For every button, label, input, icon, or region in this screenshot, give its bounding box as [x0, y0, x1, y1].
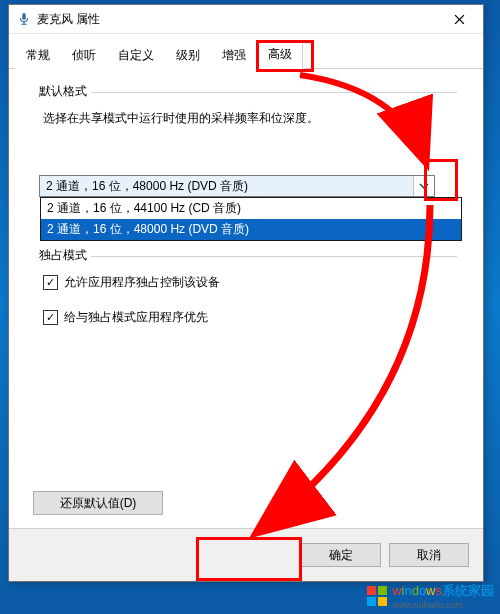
ok-button[interactable]: 确定: [301, 543, 381, 567]
tab-enhance[interactable]: 增强: [211, 42, 257, 69]
checkbox-exclusive-priority-row: ✓ 给与独占模式应用程序优先: [39, 295, 457, 330]
close-icon: [454, 14, 465, 25]
sample-rate-combo[interactable]: 2 通道，16 位，48000 Hz (DVD 音质) 2 通道，16 位，44…: [39, 175, 435, 197]
default-format-desc: 选择在共享模式中运行时使用的采样频率和位深度。: [39, 102, 457, 139]
tab-advanced[interactable]: 高级: [257, 41, 303, 69]
watermark-line2: www.ruihaifu.com: [392, 600, 494, 610]
restore-defaults-row: 还原默认值(D): [9, 491, 483, 525]
close-button[interactable]: [437, 5, 481, 33]
chevron-down-icon: [419, 183, 429, 189]
tab-general[interactable]: 常规: [15, 42, 61, 69]
sample-rate-combo-value: 2 通道，16 位，48000 Hz (DVD 音质): [40, 178, 413, 195]
microphone-properties-window: 麦克风 属性 常规 侦听 自定义 级别 增强 高级 默认格式: [8, 4, 484, 582]
combo-dropdown-button[interactable]: [413, 176, 434, 196]
svg-rect-0: [22, 13, 26, 20]
tab-strip: 常规 侦听 自定义 级别 增强 高级: [9, 34, 483, 69]
dropdown-option-44100[interactable]: 2 通道，16 位，44100 Hz (CD 音质): [41, 198, 461, 219]
cancel-button[interactable]: 取消: [389, 543, 469, 567]
divider: [91, 92, 457, 93]
windows-logo-icon: [366, 585, 388, 607]
group-default-format-title: 默认格式: [39, 83, 87, 100]
checkbox-exclusive-priority-label: 给与独占模式应用程序优先: [64, 309, 208, 326]
watermark-line1: windows系统家园: [392, 582, 494, 600]
tab-content-advanced: 默认格式 选择在共享模式中运行时使用的采样频率和位深度。 2 通道，16 位，4…: [9, 69, 483, 527]
window-title: 麦克风 属性: [37, 11, 100, 28]
sample-rate-dropdown-list: 2 通道，16 位，44100 Hz (CD 音质) 2 通道，16 位，480…: [40, 197, 462, 241]
watermark: windows系统家园 www.ruihaifu.com: [366, 582, 494, 610]
checkbox-allow-exclusive-label: 允许应用程序独占控制该设备: [64, 274, 220, 291]
checkbox-exclusive-priority[interactable]: ✓: [43, 310, 58, 325]
group-exclusive-mode: 独占模式 ✓ 允许应用程序独占控制该设备 ✓ 给与独占模式应用程序优先: [27, 243, 465, 342]
svg-rect-6: [378, 586, 387, 595]
svg-rect-5: [367, 586, 376, 595]
titlebar: 麦克风 属性: [9, 5, 483, 34]
dropdown-option-48000[interactable]: 2 通道，16 位，48000 Hz (DVD 音质): [41, 219, 461, 240]
checkbox-allow-exclusive-row: ✓ 允许应用程序独占控制该设备: [39, 266, 457, 295]
tab-listen[interactable]: 侦听: [61, 42, 107, 69]
group-default-format: 默认格式 选择在共享模式中运行时使用的采样频率和位深度。 2 通道，16 位，4…: [27, 79, 465, 209]
svg-rect-8: [378, 597, 387, 606]
microphone-icon: [17, 12, 31, 26]
restore-defaults-button[interactable]: 还原默认值(D): [33, 491, 163, 515]
group-exclusive-title: 独占模式: [39, 247, 87, 264]
divider: [91, 256, 457, 257]
dialog-footer: 确定 取消: [9, 528, 483, 581]
checkbox-allow-exclusive[interactable]: ✓: [43, 275, 58, 290]
svg-rect-7: [367, 597, 376, 606]
tab-custom[interactable]: 自定义: [107, 42, 165, 69]
tab-levels[interactable]: 级别: [165, 42, 211, 69]
